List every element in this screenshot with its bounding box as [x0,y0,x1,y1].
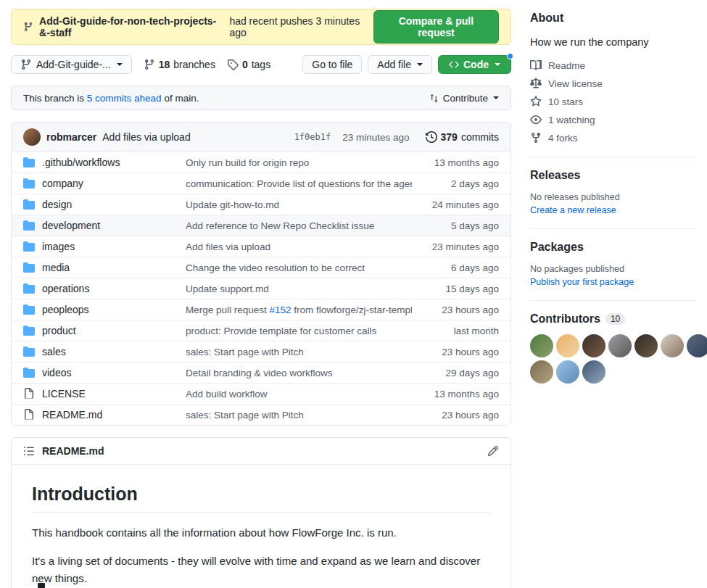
contributor-avatar[interactable] [634,334,658,357]
readme-header: README.md [12,438,510,465]
tags-label: tags [252,59,270,70]
row-commit-time: 2 days ago [412,178,499,189]
folder-icon [23,241,35,252]
contributor-avatar[interactable] [582,360,605,384]
readme-heading: Introduction [32,484,490,513]
table-row[interactable]: images Add files via upload 23 minutes a… [12,236,510,257]
file-name[interactable]: operations [42,283,186,294]
file-name[interactable]: .github/workflows [42,157,186,168]
contributor-avatar[interactable] [556,334,579,357]
file-icon [23,388,35,399]
contributor-avatar[interactable] [556,360,579,384]
row-commit-message[interactable]: Add build workflow [186,389,412,399]
contribute-button[interactable]: Contribute [429,93,499,104]
row-commit-message[interactable]: communication: Provide list of questions… [186,178,412,189]
file-name[interactable]: design [42,199,186,210]
forks-link[interactable]: 4 forks [530,132,696,144]
contributor-avatar[interactable] [530,360,553,384]
about-title: About [530,12,696,25]
table-row[interactable]: design Update git-how-to.md 24 minutes a… [12,194,510,215]
file-name[interactable]: development [42,220,186,231]
branch-selector[interactable]: Add-Git-guide-... [11,55,132,74]
folder-icon [23,262,35,273]
row-commit-time: 15 days ago [412,283,499,294]
file-name[interactable]: peopleops [42,304,186,315]
add-file-label: Add file [377,59,411,70]
table-row[interactable]: company communication: Provide list of q… [12,173,510,194]
tag-icon [227,59,239,70]
chevron-down-icon [493,96,499,99]
file-name[interactable]: LICENSE [42,388,186,399]
publish-package-link[interactable]: Publish your first package [530,277,634,287]
license-link[interactable]: View license [530,78,696,89]
contributors-title[interactable]: Contributors [530,312,600,326]
table-row[interactable]: product product: Provide template for cu… [12,320,510,341]
table-row[interactable]: operations Update support.md 15 days ago [12,278,510,299]
table-row[interactable]: peopleops Merge pull request #152 from f… [12,299,510,320]
tags-link[interactable]: 0 tags [227,59,270,70]
row-commit-time: 13 months ago [412,389,499,399]
file-name[interactable]: videos [42,367,186,378]
star-icon [530,96,542,107]
branches-link[interactable]: 18 branches [144,59,215,70]
contributor-avatar[interactable] [608,334,632,357]
packages-title[interactable]: Packages [530,241,696,254]
commit-history-link[interactable]: 379 commits [426,131,499,143]
row-commit-message[interactable]: sales: Start page with Pitch [186,410,412,421]
watching-link[interactable]: 1 watching [530,114,696,125]
contributor-avatar[interactable] [582,334,605,357]
compare-pull-request-button[interactable]: Compare & pull request [373,10,499,44]
row-commit-message[interactable]: Merge pull request #152 from flowforge/z… [186,305,412,315]
main-column: Add-Git-guide-for-non-tech-projects-&-st… [11,0,511,588]
table-row[interactable]: videos Detail branding & video workflows… [12,362,510,383]
row-commit-message[interactable]: Only run build for origin repo [186,157,412,168]
row-commit-time: 29 days ago [412,368,499,378]
commits-label: commits [461,131,499,143]
row-commit-message[interactable]: Detail branding & video workflows [186,368,412,378]
commit-author-avatar[interactable] [23,128,41,146]
row-commit-time: 6 days ago [412,262,499,273]
row-commit-message[interactable]: Add files via upload [186,241,412,252]
row-commit-message[interactable]: Update support.md [186,283,412,294]
file-name[interactable]: sales [42,346,186,357]
file-name[interactable]: README.md [42,409,186,421]
readme-link[interactable]: Readme [530,59,696,71]
contributor-avatar[interactable] [661,334,684,357]
table-row[interactable]: README.md sales: Start page with Pitch 2… [12,404,510,425]
go-to-file-button[interactable]: Go to file [302,55,362,74]
table-row[interactable]: .github/workflows Only run build for ori… [12,152,510,173]
table-row[interactable]: sales sales: Start page with Pitch 23 ho… [12,341,510,362]
code-button[interactable]: Code [438,55,511,74]
releases-title[interactable]: Releases [530,169,696,182]
row-commit-message[interactable]: product: Provide template for customer c… [186,326,412,336]
row-commit-message[interactable]: Add reference to New Repo Checklist issu… [186,220,412,231]
file-name[interactable]: images [42,241,186,252]
row-commit-message[interactable]: sales: Start page with Pitch [186,347,412,357]
pencil-icon[interactable] [487,445,499,457]
table-row[interactable]: media Change the video resolution to be … [12,257,510,278]
commits-ahead-link[interactable]: 5 commits ahead [87,93,162,104]
row-commit-message[interactable]: Update git-how-to.md [186,199,412,210]
commit-author[interactable]: robmarcer [46,131,96,143]
contributor-avatar[interactable] [687,334,707,357]
stars-link[interactable]: 10 stars [530,96,696,107]
table-row[interactable]: development Add reference to New Repo Ch… [12,215,510,236]
commit-hash[interactable]: 1f0eb1f [294,132,331,142]
commit-message[interactable]: Add files via upload [102,131,190,143]
row-commit-message[interactable]: Change the video resolution to be correc… [186,262,412,273]
readme-title[interactable]: README.md [42,445,104,457]
file-name[interactable]: media [42,262,186,273]
folder-icon [23,304,35,315]
file-name[interactable]: product [42,325,186,336]
packages-empty-text: No packages published [530,264,696,274]
table-row[interactable]: LICENSE Add build workflow 13 months ago [12,383,510,404]
contributors-avatars [530,334,707,384]
create-release-link[interactable]: Create a new release [530,205,616,215]
branches-label: branches [173,59,215,70]
branch-ahead-bar: This branch is 5 commits ahead of main. … [11,86,511,110]
add-file-button[interactable]: Add file [368,55,432,74]
file-name[interactable]: company [42,178,186,189]
row-commit-time: 13 months ago [412,157,499,168]
contributor-avatar[interactable] [530,334,553,357]
list-icon[interactable] [23,445,35,457]
